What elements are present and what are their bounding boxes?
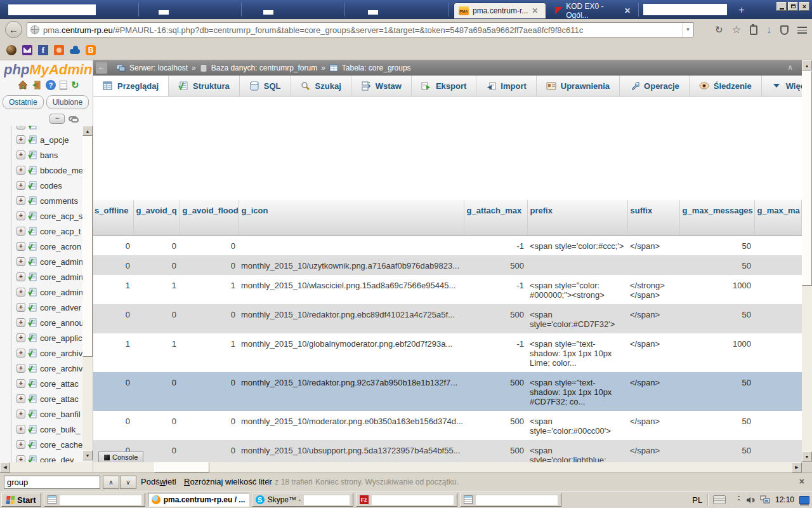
display-icon[interactable] xyxy=(799,496,809,504)
breadcrumb-table[interactable]: Tabela: core_groups xyxy=(342,64,411,72)
cell-s-offline[interactable]: 0 xyxy=(93,411,133,440)
refresh-icon[interactable]: ↻ xyxy=(71,80,81,90)
cell-g-attach-max[interactable]: 500 xyxy=(464,304,527,333)
cell-g-max-ma[interactable] xyxy=(754,275,802,304)
docs-icon[interactable] xyxy=(60,81,67,90)
expand-plus-icon[interactable]: + xyxy=(16,166,25,175)
cell-g-avoid-q[interactable]: 0 xyxy=(133,411,180,440)
new-tab-button[interactable]: + xyxy=(735,4,749,16)
cell-g-avoid-flood[interactable]: 0 xyxy=(180,440,239,463)
tree-table-item[interactable]: + core_archiv xyxy=(0,345,82,361)
column-header[interactable]: g_avoid_q xyxy=(133,200,180,235)
expand-plus-icon[interactable]: + xyxy=(16,318,25,327)
scroll-down-arrow[interactable]: ▼ xyxy=(82,450,93,460)
minimize-button[interactable] xyxy=(776,2,787,11)
table-row[interactable]: 1 1 1 monthly_2015_10/wlasciciel.png.15a… xyxy=(93,275,802,304)
find-next-button[interactable]: ∨ xyxy=(120,476,136,489)
breadcrumb-back-icon[interactable]: ← xyxy=(96,62,107,74)
table-row[interactable]: 0 0 0 monthly_2015_10/redaktor.png.ebc89… xyxy=(93,304,802,333)
cell-prefix[interactable]: <span style='color:lightblue; font-weigh… xyxy=(527,440,627,463)
cell-s-offline[interactable]: 0 xyxy=(93,304,133,333)
tree-table-item[interactable]: + a_opcje xyxy=(0,132,82,147)
help-icon[interactable]: ? xyxy=(46,80,56,90)
expand-plus-icon[interactable]: + xyxy=(16,333,25,342)
cell-suffix[interactable]: </span> xyxy=(627,235,679,255)
cell-g-avoid-q[interactable]: 1 xyxy=(133,333,180,372)
expand-plus-icon[interactable]: + xyxy=(16,394,25,403)
tree-table-item[interactable]: + core_attac xyxy=(0,391,82,406)
redacted-tab-title[interactable] xyxy=(159,10,169,15)
tree-table-item[interactable]: + codes xyxy=(0,178,82,193)
match-case-button[interactable]: Rozróżniaj wielkość liter xyxy=(184,477,272,486)
column-header[interactable]: g_max_messages xyxy=(679,200,754,235)
cell-s-offline[interactable]: 1 xyxy=(93,333,133,372)
browser-tab-kod[interactable]: KOD EX0 - Ogól... ✕ xyxy=(549,3,636,19)
cell-g-icon[interactable]: monthly_2015_10/uzytkownik.png.a716aaf0b… xyxy=(239,255,464,275)
cell-prefix[interactable]: <span style='color:#00cc00'> xyxy=(527,411,627,440)
expand-plus-icon[interactable]: + xyxy=(16,410,25,418)
column-header[interactable]: g_icon xyxy=(239,200,464,235)
cell-s-offline[interactable]: 0 xyxy=(93,235,133,255)
redacted-tab-title[interactable] xyxy=(643,4,727,15)
tab-export[interactable]: Eksport xyxy=(412,76,476,96)
scroll-down-arrow[interactable]: ▼ xyxy=(802,451,812,462)
cell-g-attach-max[interactable]: 500 xyxy=(464,411,527,440)
cell-g-attach-max[interactable]: -1 xyxy=(464,235,527,255)
expand-plus-icon[interactable]: + xyxy=(16,257,25,266)
column-header[interactable]: suffix xyxy=(627,200,679,235)
tree-table-item[interactable]: + core_annou xyxy=(0,315,82,330)
cell-g-max-messages[interactable]: 50 xyxy=(679,372,754,411)
cell-g-icon[interactable]: monthly_2015_10/redaktor.png.ebc89df4102… xyxy=(239,304,464,333)
table-row[interactable]: 0 0 0 monthly_2015_10/uzytkownik.png.a71… xyxy=(93,255,802,275)
console-tab[interactable]: Console xyxy=(98,451,143,462)
expand-plus-icon[interactable]: + xyxy=(16,126,25,130)
taskbar-task-filezilla[interactable]: Fz xyxy=(356,493,457,507)
tree-table-item[interactable]: + core_adver xyxy=(0,300,82,315)
cell-g-max-ma[interactable] xyxy=(754,255,802,275)
cell-g-max-messages[interactable]: 1000 xyxy=(679,333,754,372)
column-header[interactable]: g_max_ma xyxy=(754,200,802,235)
cell-g-icon[interactable]: monthly_2015_10/redaktor.png.92c37ab950b… xyxy=(239,372,464,411)
tree-table-item[interactable]: + comments xyxy=(0,193,82,208)
find-close-icon[interactable]: × xyxy=(799,476,804,486)
tree-table-item[interactable]: + xyxy=(0,126,82,132)
table-row[interactable]: 0 0 0 monthly_2015_10/redaktor.png.92c37… xyxy=(93,372,802,411)
link-with-main-icon[interactable] xyxy=(69,116,77,121)
cell-g-max-ma[interactable] xyxy=(754,304,802,333)
cell-g-max-ma[interactable] xyxy=(754,440,802,463)
expand-plus-icon[interactable]: + xyxy=(16,242,25,251)
bookmark-star-icon[interactable]: ☆ xyxy=(732,22,741,38)
tab-browse[interactable]: Przeglądaj xyxy=(93,76,169,96)
tab-sql[interactable]: SQL xyxy=(240,76,291,96)
expand-plus-icon[interactable]: + xyxy=(16,181,25,190)
expand-plus-icon[interactable]: + xyxy=(16,288,25,297)
tab-insert[interactable]: Wstaw xyxy=(351,76,412,96)
scrollbar-thumb[interactable] xyxy=(154,462,209,472)
cell-g-max-ma[interactable] xyxy=(754,333,802,372)
cell-g-attach-max[interactable]: -1 xyxy=(464,275,527,304)
tree-table-item[interactable]: + core_acp_t xyxy=(0,224,82,239)
taskbar-task-5[interactable] xyxy=(460,493,561,507)
cell-suffix[interactable]: </span> xyxy=(627,304,679,333)
bookmark-facebook-icon[interactable]: f xyxy=(38,45,48,55)
language-indicator[interactable]: PL xyxy=(692,495,702,505)
phpmyadmin-logo[interactable]: phpMyAdmin xyxy=(4,62,93,78)
expand-plus-icon[interactable]: + xyxy=(16,150,25,159)
cell-prefix[interactable]: <span style='color:#ccc;'> xyxy=(527,235,627,255)
expand-plus-icon[interactable]: + xyxy=(16,303,25,312)
scroll-up-arrow[interactable]: ▲ xyxy=(802,60,812,70)
tab-close-icon[interactable]: ✕ xyxy=(532,6,538,15)
cell-g-max-messages[interactable]: 1000 xyxy=(679,275,754,304)
keyboard-icon[interactable] xyxy=(713,495,726,504)
taskbar-task-firefox[interactable]: pma.centrum-rp.eu / ... xyxy=(148,493,249,507)
breadcrumb-database[interactable]: Baza danych: centrumrp_forum xyxy=(211,64,317,72)
cell-g-max-ma[interactable] xyxy=(754,411,802,440)
cell-g-avoid-q[interactable]: 0 xyxy=(133,372,180,411)
cell-g-attach-max[interactable]: -1 xyxy=(464,333,527,372)
page-vertical-scrollbar[interactable]: ▲ ▼ xyxy=(802,60,812,462)
tree-table-item[interactable]: + core_acron xyxy=(0,239,82,254)
expand-plus-icon[interactable]: + xyxy=(16,379,25,388)
cell-g-attach-max[interactable]: 500 xyxy=(464,372,527,411)
expand-plus-icon[interactable]: + xyxy=(16,364,25,373)
redacted-tab-title[interactable] xyxy=(368,10,378,15)
